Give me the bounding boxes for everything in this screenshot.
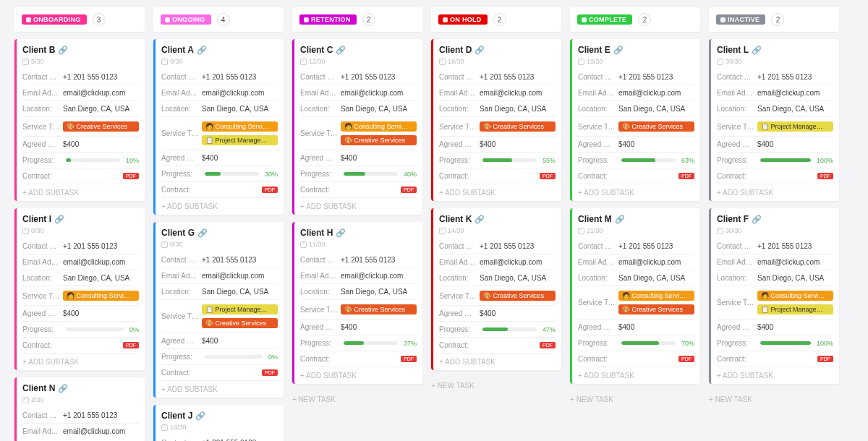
service-tag[interactable]: 🧑 Consulting Servi… bbox=[757, 291, 833, 301]
field-value-location: San Diego, CA, USA bbox=[618, 105, 694, 113]
progress-value: 47% bbox=[542, 326, 556, 333]
field-label-contact: Contact Nu… bbox=[717, 242, 754, 250]
task-card[interactable]: Client N🔗2/30Contact Nu…+1 201 555 0123E… bbox=[14, 377, 145, 441]
new-task-button[interactable]: NEW TASK bbox=[709, 391, 839, 403]
add-subtask-button[interactable]: ADD SUBTASK bbox=[300, 198, 417, 210]
field-label-contract: Contract: bbox=[717, 355, 754, 363]
service-tag[interactable]: 🎨 Creative Services bbox=[618, 121, 694, 132]
new-task-button[interactable]: NEW TASK bbox=[431, 377, 561, 390]
progress-value: 63% bbox=[681, 157, 694, 164]
service-tag[interactable]: 📋 Project Manage… bbox=[757, 304, 833, 314]
progress-bar bbox=[482, 327, 537, 331]
field-value-contact: +1 201 555 0123 bbox=[618, 73, 694, 81]
field-label-rate: Agreed Rate:… bbox=[578, 140, 616, 148]
field-row-contact: Contact Nu…+1 201 555 0123 bbox=[161, 69, 278, 85]
field-row-email: Email Addre…email@clickup.com bbox=[578, 85, 694, 101]
attachment-icon[interactable]: 🔗 bbox=[195, 411, 205, 421]
attachment-icon[interactable]: 🔗 bbox=[613, 46, 624, 55]
service-tag[interactable]: 🎨 Creative Services bbox=[341, 135, 417, 145]
attachment-icon[interactable]: 🔗 bbox=[197, 228, 208, 238]
add-subtask-button[interactable]: ADD SUBTASK bbox=[300, 367, 417, 380]
field-label-progress: Progress: bbox=[439, 156, 477, 164]
status-badge[interactable]: COMPLETE bbox=[577, 14, 632, 25]
add-subtask-button[interactable]: ADD SUBTASK bbox=[161, 198, 278, 210]
pdf-icon[interactable]: PDF bbox=[401, 187, 417, 193]
field-value-location: San Diego, CA, USA bbox=[63, 274, 139, 282]
service-tag[interactable]: 🎨 Creative Services bbox=[618, 304, 694, 314]
task-card[interactable]: Client G🔗0/30Contact Nu…+1 201 555 0123E… bbox=[153, 222, 284, 398]
progress-bar bbox=[482, 158, 537, 162]
task-card[interactable]: Client M🔗21/30Contact Nu…+1 201 555 0123… bbox=[570, 208, 700, 384]
service-tags: 🧑 Consulting Servi…🎨 Creative Services bbox=[341, 121, 417, 146]
task-card[interactable]: Client I🔗0/30Contact Nu…+1 201 555 0123E… bbox=[14, 208, 145, 370]
pdf-icon[interactable]: PDF bbox=[678, 173, 694, 179]
task-card[interactable]: Client B🔗5/30Contact Nu…+1 201 555 0123E… bbox=[14, 39, 145, 201]
field-label-service: Service Type: bbox=[22, 292, 60, 300]
task-card[interactable]: Client A🔗9/30Contact Nu…+1 201 555 0123E… bbox=[153, 39, 284, 215]
add-subtask-button[interactable]: ADD SUBTASK bbox=[578, 367, 694, 380]
attachment-icon[interactable]: 🔗 bbox=[197, 46, 207, 55]
service-tag[interactable]: 🧑 Consulting Servi… bbox=[202, 121, 278, 132]
card-title: Client C bbox=[300, 45, 333, 55]
service-tag[interactable]: 📋 Project Manage… bbox=[202, 135, 278, 145]
new-task-button[interactable]: NEW TASK bbox=[292, 391, 422, 403]
pdf-icon[interactable]: PDF bbox=[817, 356, 833, 362]
service-tag[interactable]: 🧑 Consulting Servi… bbox=[63, 291, 139, 301]
service-tag[interactable]: 📋 Project Manage… bbox=[202, 304, 278, 314]
add-subtask-button[interactable]: ADD SUBTASK bbox=[22, 354, 139, 366]
service-tag[interactable]: 📋 Project Manage… bbox=[757, 121, 833, 132]
status-badge[interactable]: ONBOARDING bbox=[22, 14, 87, 25]
field-label-contact: Contact Nu… bbox=[161, 256, 199, 264]
pdf-icon[interactable]: PDF bbox=[262, 369, 278, 376]
new-task-button[interactable]: NEW TASK bbox=[570, 391, 700, 403]
service-tag[interactable]: 🎨 Creative Services bbox=[480, 291, 556, 301]
add-subtask-button[interactable]: ADD SUBTASK bbox=[439, 354, 556, 366]
task-card[interactable]: Client D🔗16/30Contact Nu…+1 201 555 0123… bbox=[431, 39, 561, 201]
task-card[interactable]: Client L🔗30/30Contact Nu…+1 201 555 0123… bbox=[709, 39, 839, 201]
attachment-icon[interactable]: 🔗 bbox=[336, 46, 346, 55]
service-tag[interactable]: 🧑 Consulting Servi… bbox=[341, 121, 417, 132]
add-subtask-button[interactable]: ADD SUBTASK bbox=[717, 367, 833, 380]
add-subtask-button[interactable]: ADD SUBTASK bbox=[439, 184, 556, 197]
task-card[interactable]: Client F🔗30/30Contact Nu…+1 201 555 0123… bbox=[709, 208, 839, 384]
add-subtask-button[interactable]: ADD SUBTASK bbox=[717, 184, 833, 197]
status-badge[interactable]: RETENTION bbox=[299, 14, 357, 25]
pdf-icon[interactable]: PDF bbox=[678, 356, 694, 362]
service-tag[interactable]: 🧑 Consulting Servi… bbox=[618, 291, 694, 301]
pdf-icon[interactable]: PDF bbox=[540, 342, 556, 348]
status-badge[interactable]: ON HOLD bbox=[438, 14, 488, 25]
field-value-contact: +1 201 555 0123 bbox=[757, 73, 833, 81]
attachment-icon[interactable]: 🔗 bbox=[752, 215, 762, 224]
add-subtask-button[interactable]: ADD SUBTASK bbox=[22, 184, 139, 197]
status-badge[interactable]: INACTIVE bbox=[716, 14, 765, 25]
attachment-icon[interactable]: 🔗 bbox=[475, 46, 485, 55]
add-subtask-button[interactable]: ADD SUBTASK bbox=[578, 184, 694, 197]
attachment-icon[interactable]: 🔗 bbox=[58, 46, 68, 55]
field-value-location: San Diego, CA, USA bbox=[202, 105, 278, 113]
pdf-icon[interactable]: PDF bbox=[401, 356, 417, 362]
task-card[interactable]: Client H🔗11/30Contact Nu…+1 201 555 0123… bbox=[292, 222, 422, 384]
service-tag[interactable]: 🎨 Creative Services bbox=[341, 304, 417, 314]
task-card[interactable]: Client K🔗14/30Contact Nu…+1 201 555 0123… bbox=[431, 208, 561, 370]
task-card[interactable]: Client J🔗10/30Contact Nu…+1 201 555 0123… bbox=[153, 405, 284, 441]
attachment-icon[interactable]: 🔗 bbox=[58, 384, 68, 393]
attachment-icon[interactable]: 🔗 bbox=[615, 215, 625, 224]
pdf-icon[interactable]: PDF bbox=[540, 173, 556, 179]
pdf-icon[interactable]: PDF bbox=[817, 173, 833, 179]
pdf-icon[interactable]: PDF bbox=[123, 173, 139, 179]
status-badge[interactable]: ONGOING bbox=[161, 14, 211, 25]
todo-count: 5/30 bbox=[22, 58, 139, 65]
task-card[interactable]: Client C🔗12/30Contact Nu…+1 201 555 0123… bbox=[292, 39, 422, 215]
attachment-icon[interactable]: 🔗 bbox=[336, 228, 346, 238]
pdf-icon[interactable]: PDF bbox=[123, 342, 139, 348]
add-subtask-button[interactable]: ADD SUBTASK bbox=[161, 381, 278, 393]
service-tag[interactable]: 🎨 Creative Services bbox=[480, 121, 556, 132]
task-card[interactable]: Client E🔗19/30Contact Nu…+1 201 555 0123… bbox=[570, 39, 700, 201]
attachment-icon[interactable]: 🔗 bbox=[54, 215, 64, 224]
attachment-icon[interactable]: 🔗 bbox=[752, 46, 762, 55]
service-tag[interactable]: 🎨 Creative Services bbox=[202, 318, 278, 328]
field-label-email: Email Addre… bbox=[578, 89, 616, 97]
service-tag[interactable]: 🎨 Creative Services bbox=[63, 121, 139, 132]
attachment-icon[interactable]: 🔗 bbox=[475, 215, 485, 224]
pdf-icon[interactable]: PDF bbox=[262, 187, 278, 193]
